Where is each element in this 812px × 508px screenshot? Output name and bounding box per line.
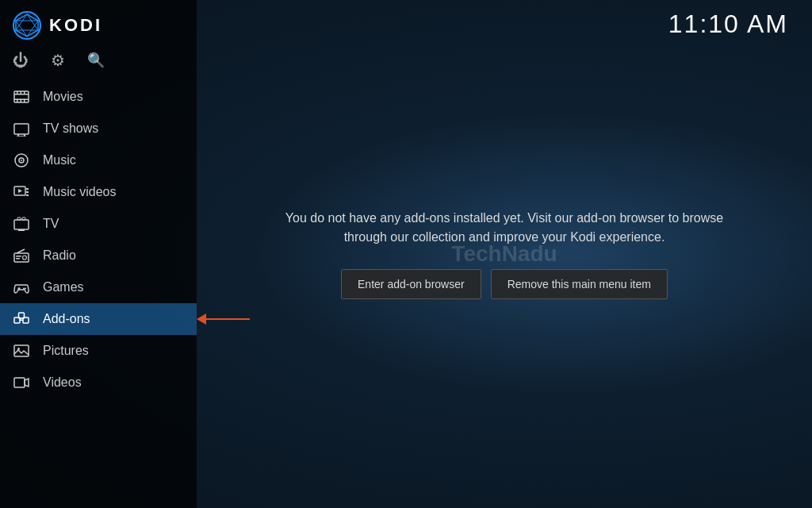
svg-rect-35 — [16, 256, 21, 257]
svg-point-0 — [13, 12, 40, 39]
musicvideos-icon — [13, 183, 30, 201]
svg-rect-27 — [26, 191, 29, 193]
svg-rect-15 — [21, 99, 22, 103]
sidebar-item-games[interactable]: Games — [0, 271, 197, 303]
svg-rect-26 — [26, 188, 29, 190]
svg-rect-12 — [21, 91, 22, 94]
sidebar-item-tvshows[interactable]: TV shows — [0, 113, 197, 144]
svg-rect-31 — [17, 217, 21, 220]
toolbar: ⏻ ⚙ 🔍 — [0, 48, 197, 78]
svg-point-41 — [25, 288, 26, 290]
tv-icon — [13, 215, 30, 233]
svg-rect-13 — [24, 91, 25, 94]
videos-icon — [13, 374, 30, 391]
addons-label: Add-ons — [43, 312, 90, 326]
radio-icon — [13, 247, 30, 264]
svg-rect-32 — [22, 217, 25, 220]
addons-icon — [13, 310, 30, 328]
music-label: Music — [43, 153, 76, 167]
svg-rect-50 — [14, 378, 25, 387]
logo-area: KODI — [0, 0, 197, 48]
remove-menu-item-button[interactable]: Remove this main menu item — [491, 269, 668, 299]
svg-marker-25 — [18, 189, 22, 193]
svg-rect-29 — [14, 220, 29, 229]
sidebar-item-videos[interactable]: Videos — [0, 367, 197, 398]
games-icon — [13, 279, 30, 296]
pictures-icon — [13, 342, 30, 360]
tvshows-label: TV shows — [43, 121, 98, 136]
movies-label: Movies — [43, 90, 83, 104]
action-buttons: Enter add-on browser Remove this main me… — [341, 269, 668, 299]
svg-rect-17 — [14, 124, 29, 134]
sidebar-item-tv[interactable]: TV — [0, 208, 197, 240]
musicvideos-label: Music videos — [43, 185, 116, 199]
sidebar-item-movies[interactable]: Movies — [0, 81, 197, 113]
videos-label: Videos — [43, 375, 82, 390]
sidebar-item-musicvideos[interactable]: Music videos — [0, 176, 197, 208]
svg-rect-48 — [14, 345, 29, 356]
search-button[interactable]: 🔍 — [87, 52, 105, 69]
svg-point-34 — [23, 256, 27, 260]
svg-rect-30 — [18, 229, 25, 231]
svg-rect-14 — [17, 99, 18, 103]
tv-label: TV — [43, 217, 59, 231]
svg-rect-28 — [26, 194, 29, 196]
music-icon — [13, 152, 30, 169]
tvshows-icon — [13, 120, 30, 137]
games-label: Games — [43, 280, 84, 294]
sidebar-item-radio[interactable]: Radio — [0, 240, 197, 271]
settings-button[interactable]: ⚙ — [51, 51, 65, 70]
movies-icon — [13, 88, 30, 106]
sidebar-item-pictures[interactable]: Pictures — [0, 335, 197, 367]
svg-rect-9 — [14, 94, 29, 95]
svg-rect-16 — [24, 99, 25, 103]
kodi-logo-icon — [13, 11, 41, 40]
content-box: You do not have any add-ons installed ye… — [266, 209, 742, 299]
enter-addon-browser-button[interactable]: Enter add-on browser — [341, 269, 481, 299]
svg-rect-36 — [16, 258, 20, 260]
sidebar-item-addons[interactable]: Add-ons — [0, 303, 197, 335]
radio-label: Radio — [43, 248, 76, 263]
nav-menu: Movies TV shows Music — [0, 78, 197, 508]
svg-point-23 — [21, 160, 22, 161]
main-content: You do not have any add-ons installed ye… — [197, 0, 812, 508]
pictures-label: Pictures — [43, 344, 89, 358]
sidebar-item-music[interactable]: Music — [0, 144, 197, 176]
svg-rect-11 — [17, 91, 18, 94]
power-button[interactable]: ⏻ — [13, 52, 29, 70]
info-message: You do not have any add-ons installed ye… — [282, 209, 726, 247]
sidebar: KODI ⏻ ⚙ 🔍 Movies — [0, 0, 197, 508]
svg-marker-51 — [25, 379, 29, 387]
app-title: KODI — [49, 15, 102, 36]
svg-point-40 — [23, 288, 25, 290]
arrow-indicator — [197, 314, 250, 325]
